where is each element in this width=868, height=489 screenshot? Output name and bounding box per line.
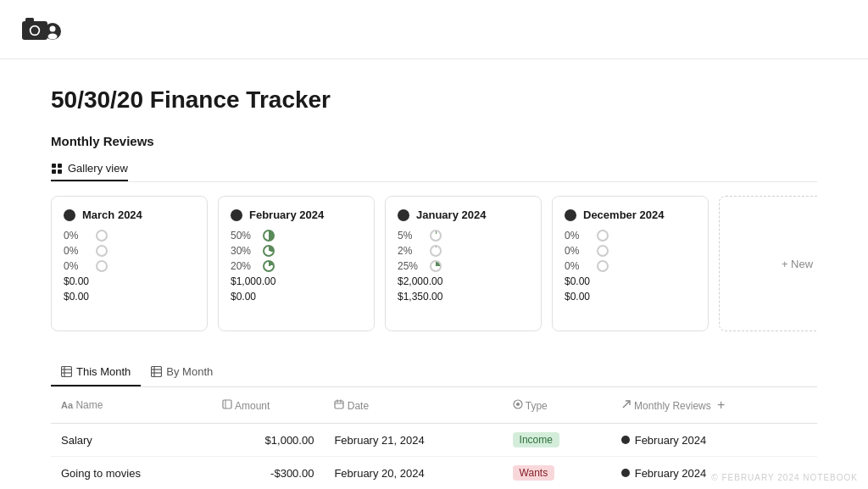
svg-point-26: [516, 403, 520, 406]
card-amount2: $1,350.00: [398, 291, 529, 303]
stat-circle: [263, 245, 275, 257]
card-header: February 2024: [231, 208, 362, 221]
col-label: Amount: [235, 400, 270, 412]
stat-circle: [597, 230, 609, 242]
table-icon: [61, 366, 72, 377]
cell-type: Income: [503, 424, 611, 457]
card-stat-row: 20%: [231, 260, 362, 272]
col-label: Name: [75, 399, 103, 411]
type-badge: Wants: [513, 465, 555, 481]
app-logo: [17, 10, 68, 48]
cell-amount: $1,000.00: [212, 424, 324, 457]
card-title: December 2024: [583, 208, 664, 221]
card-stat-row: 0%: [565, 230, 696, 242]
stat-pct: 2%: [398, 245, 425, 257]
bottom-tabs: This Month By Month: [51, 358, 817, 387]
col-label: Date: [348, 400, 369, 412]
bottom-tab-this-month[interactable]: This Month: [51, 358, 141, 386]
stat-circle: [430, 260, 442, 272]
cell-date: February 20, 2024: [324, 457, 502, 490]
card-dot: [64, 209, 75, 221]
gallery-card[interactable]: January 2024 5% 2% 25% $2,000.00 $1,350.…: [385, 196, 542, 331]
svg-point-6: [48, 33, 58, 39]
watermark: © FEBRUARY 2024 NOTEBOOK: [711, 473, 858, 482]
col-label: Type: [526, 400, 548, 412]
gallery-card[interactable]: March 2024 0% 0% 0% $0.00 $0.00: [51, 196, 208, 331]
bottom-tab-by-month[interactable]: By Month: [141, 358, 223, 386]
svg-rect-7: [52, 164, 56, 168]
card-dot: [398, 209, 409, 221]
stat-pct: 25%: [398, 260, 425, 272]
card-stat-row: 0%: [565, 245, 696, 257]
table-icon: [151, 366, 162, 377]
card-title: January 2024: [416, 208, 486, 221]
svg-point-3: [31, 26, 39, 34]
col-header-amount: Amount: [212, 387, 324, 424]
tab-label: This Month: [76, 365, 131, 378]
stat-circle: [263, 230, 275, 242]
stat-pct: 5%: [398, 230, 425, 242]
card-amount2: $0.00: [64, 291, 195, 303]
svg-line-27: [623, 401, 630, 408]
card-amount2: $0.00: [565, 291, 696, 303]
svg-rect-15: [152, 367, 162, 377]
card-title: March 2024: [82, 208, 142, 221]
text-icon: Aa: [61, 400, 73, 410]
card-header: December 2024: [565, 208, 696, 221]
stat-pct: 30%: [231, 245, 258, 257]
gallery-card[interactable]: February 2024 50% 30% 20% $1,000.00 $0.0…: [218, 196, 375, 331]
card-amount1: $0.00: [565, 275, 696, 287]
cell-type: Wants: [503, 457, 611, 490]
card-stat-row: 5%: [398, 230, 529, 242]
stat-circle: [96, 230, 108, 242]
stat-pct: 0%: [565, 230, 592, 242]
stat-circle: [597, 245, 609, 257]
review-label: February 2024: [635, 467, 707, 480]
card-amount1: $0.00: [64, 275, 195, 287]
card-stat-row: 30%: [231, 245, 362, 257]
cell-name: Salary: [51, 424, 212, 457]
type-icon: [513, 399, 523, 409]
svg-rect-9: [52, 169, 56, 174]
table-row[interactable]: Going to movies -$300.00 February 20, 20…: [51, 457, 817, 490]
card-dot: [565, 209, 576, 221]
card-stat-row: 2%: [398, 245, 529, 257]
review-dot: [621, 436, 630, 444]
stat-pct: 0%: [64, 245, 91, 257]
col-label: Monthly Reviews: [634, 400, 711, 412]
svg-rect-1: [25, 18, 34, 23]
card-amount2: $0.00: [231, 291, 362, 303]
svg-rect-10: [58, 169, 62, 174]
table-row[interactable]: Salary $1,000.00 February 21, 2024 Incom…: [51, 424, 817, 457]
card-title: February 2024: [249, 208, 324, 221]
type-badge: Income: [513, 432, 559, 447]
gallery-card[interactable]: December 2024 0% 0% 0% $0.00 $0.00: [552, 196, 709, 331]
data-table: Aa Name Amount Date Type Monthly Reviews…: [51, 387, 817, 489]
card-header: March 2024: [64, 208, 195, 221]
review-dot: [621, 469, 630, 477]
dollar-icon: [222, 399, 232, 409]
stat-circle: [597, 260, 609, 272]
card-stat-row: 50%: [231, 230, 362, 242]
col-header-name: Aa Name: [51, 387, 212, 424]
stat-pct: 0%: [64, 230, 91, 242]
section-title-monthly-reviews: Monthly Reviews: [51, 134, 817, 148]
card-stat-row: 0%: [64, 260, 195, 272]
stat-circle: [263, 260, 275, 272]
new-card-button[interactable]: + New: [719, 196, 817, 331]
cell-monthly-review: February 2024: [611, 424, 817, 457]
svg-rect-11: [62, 367, 72, 377]
add-column-button[interactable]: +: [714, 394, 728, 416]
col-header-type: Type: [503, 387, 611, 424]
gallery-grid: March 2024 0% 0% 0% $0.00 $0.00 February…: [51, 196, 817, 331]
col-header-monthly-reviews: Monthly Reviews +: [611, 387, 817, 424]
col-header-date: Date: [324, 387, 502, 424]
tab-gallery-view[interactable]: Gallery view: [51, 157, 128, 181]
card-stat-row: 0%: [64, 230, 195, 242]
review-label: February 2024: [635, 434, 707, 447]
card-stat-row: 25%: [398, 260, 529, 272]
stat-circle: [430, 245, 442, 257]
tab-label: By Month: [166, 365, 213, 378]
arrow-icon: [621, 399, 632, 409]
stat-pct: 20%: [231, 260, 258, 272]
